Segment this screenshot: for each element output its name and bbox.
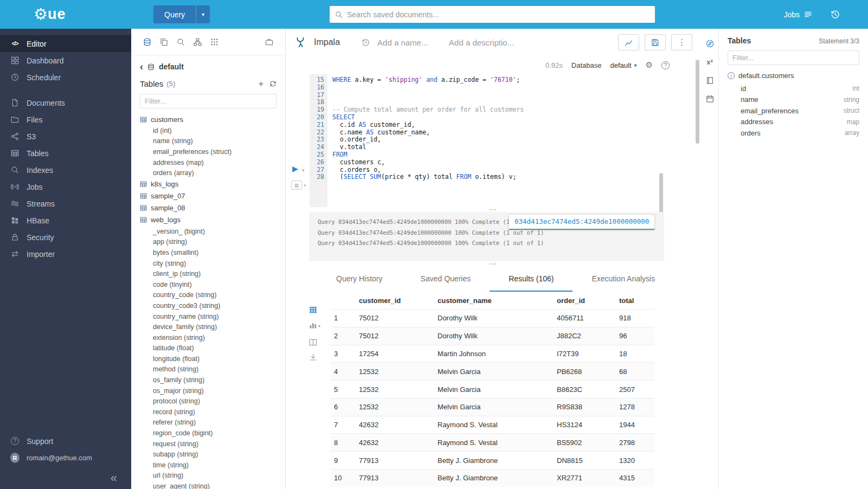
- assistant-compass-icon[interactable]: [706, 40, 714, 48]
- save-button[interactable]: [645, 34, 666, 50]
- scrollbar-thumb[interactable]: [696, 60, 699, 144]
- column-entry[interactable]: country_name (string): [140, 311, 277, 322]
- functions-icon[interactable]: x²: [706, 58, 713, 66]
- column-entry[interactable]: id (int): [140, 125, 277, 136]
- column-entry[interactable]: url (string): [140, 471, 277, 481]
- settings-gear-icon[interactable]: ⚙: [646, 60, 653, 70]
- code-editor[interactable]: ▶ ▾ ▦ ▾ 1516171819202122232425262728 WHE…: [286, 74, 701, 207]
- documents-tab-icon[interactable]: [160, 38, 168, 46]
- table-entry[interactable]: sample_08: [140, 202, 277, 214]
- column-entry[interactable]: region_code (bigint): [140, 428, 277, 439]
- column-entry[interactable]: method (string): [140, 364, 277, 375]
- history-icon[interactable]: [362, 38, 370, 47]
- code-lines[interactable]: WHERE a.key = 'shipping' and a.zip_code …: [327, 74, 701, 207]
- results-table[interactable]: customer_idcustomer_nameorder_idtotal 17…: [331, 292, 654, 487]
- more-actions-button[interactable]: ⋮: [671, 34, 692, 50]
- tab-query-history[interactable]: Query History: [317, 266, 402, 292]
- column-entry[interactable]: city (string): [140, 258, 277, 269]
- column-entry[interactable]: country_code3 (string): [140, 300, 277, 311]
- sidebar-item-tables[interactable]: Tables: [0, 145, 131, 162]
- download-button[interactable]: [309, 353, 331, 362]
- search-tab-icon[interactable]: [177, 38, 185, 46]
- statement-menu-button[interactable]: ▦: [291, 181, 302, 190]
- column-entry[interactable]: ordersarray: [728, 127, 859, 139]
- table-entry[interactable]: web_logs: [140, 214, 277, 226]
- column-entry[interactable]: orders (array): [140, 168, 277, 178]
- query-name-input[interactable]: [377, 38, 441, 47]
- statement-menu-caret[interactable]: ▾: [304, 183, 306, 188]
- database-name[interactable]: default: [159, 62, 184, 71]
- active-table-entry[interactable]: i default.customers: [728, 72, 859, 80]
- column-entry[interactable]: namestring: [728, 94, 859, 106]
- column-entry[interactable]: device_family (string): [140, 321, 277, 332]
- briefcase-icon[interactable]: [265, 38, 273, 46]
- chart-view-button[interactable]: ▾: [309, 321, 331, 331]
- databases-tab-icon[interactable]: [143, 38, 151, 46]
- column-entry[interactable]: _version_ (bigint): [140, 226, 277, 237]
- sidebar-item-s3[interactable]: S3: [0, 128, 131, 145]
- execute-button[interactable]: ▶: [292, 165, 298, 172]
- query-description-input[interactable]: [449, 38, 530, 47]
- column-entry[interactable]: bytes (smallint): [140, 247, 277, 258]
- sidebar-item-support[interactable]: ? Support: [0, 433, 131, 449]
- column-entry[interactable]: client_ip (string): [140, 268, 277, 279]
- sidebar-item-indexes[interactable]: Indexes: [0, 162, 131, 178]
- jobs-link[interactable]: Jobs: [783, 10, 812, 19]
- tab-results-106[interactable]: Results (106): [490, 266, 573, 292]
- collapse-sidebar-button[interactable]: «: [0, 466, 131, 486]
- search-input[interactable]: [347, 10, 650, 19]
- column-entry[interactable]: addressesmap: [728, 117, 859, 128]
- resize-handle[interactable]: ⋯: [286, 261, 701, 266]
- column-entry[interactable]: longitude (float): [140, 353, 277, 364]
- column-entry[interactable]: email_preferences (struct): [140, 146, 277, 157]
- query-button[interactable]: Query: [153, 5, 196, 23]
- sidebar-item-files[interactable]: Files: [0, 111, 131, 128]
- column-entry[interactable]: idint: [728, 83, 859, 94]
- column-entry[interactable]: os_major (string): [140, 385, 277, 396]
- column-entry[interactable]: email_preferencesstruct: [728, 105, 859, 117]
- refresh-icon[interactable]: [269, 80, 277, 87]
- back-chevron-icon[interactable]: ‹: [140, 63, 143, 70]
- sidebar-item-importer[interactable]: Importer: [0, 246, 131, 262]
- hue-logo[interactable]: ⚙ue: [34, 4, 66, 24]
- hdfs-tab-icon[interactable]: [194, 38, 202, 46]
- tab-saved-queries[interactable]: Saved Queries: [402, 266, 490, 292]
- column-entry[interactable]: time (string): [140, 460, 277, 471]
- query-history-icon[interactable]: [831, 10, 840, 19]
- column-entry[interactable]: request (string): [140, 439, 277, 449]
- language-reference-icon[interactable]: [706, 76, 714, 85]
- user-account[interactable]: R romain@gethue.com: [0, 449, 131, 466]
- column-entry[interactable]: protocol (string): [140, 396, 277, 407]
- database-selector[interactable]: default▾: [610, 61, 636, 69]
- column-entry[interactable]: addresses (map): [140, 157, 277, 168]
- column-entry[interactable]: record (string): [140, 407, 277, 417]
- column-entry[interactable]: referer (string): [140, 417, 277, 428]
- table-entry[interactable]: sample_07: [140, 190, 277, 202]
- sidebar-item-jobs[interactable]: Jobs: [0, 178, 131, 195]
- query-dropdown-caret[interactable]: ▾: [196, 5, 210, 23]
- column-entry[interactable]: latitude (float): [140, 343, 277, 354]
- column-entry[interactable]: code (tinyint): [140, 279, 277, 290]
- column-entry[interactable]: country_code (string): [140, 290, 277, 301]
- sidebar-item-hbase[interactable]: HBase: [0, 212, 131, 229]
- column-entry[interactable]: extension (string): [140, 332, 277, 343]
- sidebar-item-editor[interactable]: </>Editor: [0, 35, 131, 52]
- execute-options-caret[interactable]: ▾: [302, 168, 305, 173]
- sidebar-item-security[interactable]: Security: [0, 229, 131, 246]
- tab-execution-analysis[interactable]: Execution Analysis: [573, 266, 674, 292]
- right-filter-input[interactable]: [728, 50, 859, 65]
- schedule-icon[interactable]: [706, 95, 714, 103]
- table-filter-input[interactable]: [140, 94, 277, 108]
- column-entry[interactable]: subapp (string): [140, 449, 277, 460]
- sidebar-item-documents[interactable]: Documents: [0, 94, 131, 111]
- sidebar-item-dashboard[interactable]: Dashboard: [0, 52, 131, 69]
- columns-view-button[interactable]: [309, 338, 331, 346]
- add-table-button[interactable]: +: [259, 80, 263, 88]
- table-entry[interactable]: customers: [140, 113, 277, 125]
- column-entry[interactable]: name (string): [140, 136, 277, 147]
- table-entry[interactable]: k8s_logs: [140, 178, 277, 190]
- chart-button[interactable]: [618, 34, 639, 50]
- column-entry[interactable]: user_agent (string): [140, 481, 277, 489]
- sidebar-item-streams[interactable]: Streams: [0, 195, 131, 212]
- sidebar-item-scheduler[interactable]: Scheduler: [0, 69, 131, 86]
